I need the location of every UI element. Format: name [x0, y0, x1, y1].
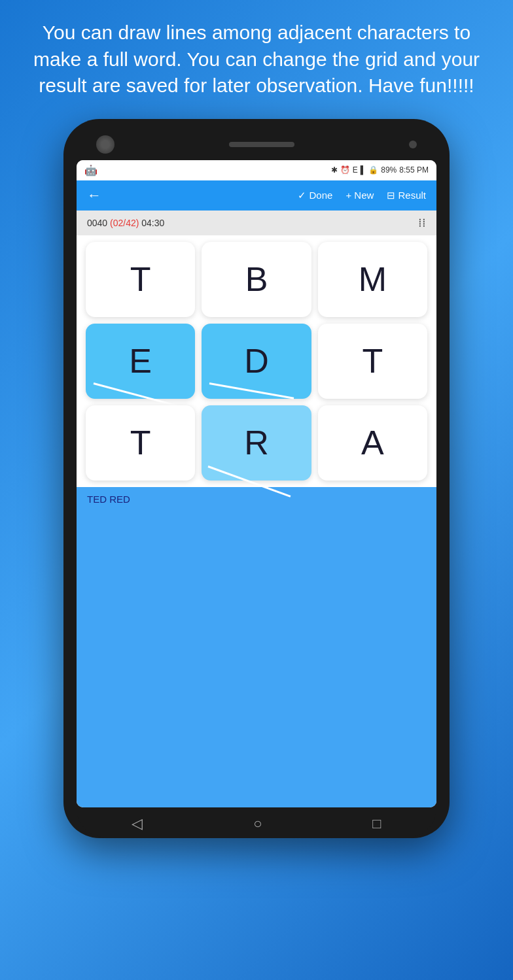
phone-speaker [229, 142, 294, 147]
status-left: 🤖 [84, 164, 97, 177]
cell-T-2-0[interactable]: T [86, 405, 195, 481]
phone-screen: 🤖 ✱ ⏰ E ▌ 🔒 89% 8:55 PM ← ✓ Done + New ⊟… [77, 160, 436, 807]
grid-settings-icon[interactable]: ⁞⁞ [418, 216, 426, 230]
new-button[interactable]: + New [345, 190, 374, 201]
game-counter-text: 0040 (02/42) 04:30 [87, 218, 164, 228]
phone-sensor [409, 141, 417, 148]
phone-camera [96, 135, 115, 154]
alarm-icon: ⏰ [340, 165, 350, 175]
nav-home-button[interactable]: ○ [253, 815, 262, 832]
cell-letter: B [245, 260, 268, 299]
cell-D-1-1[interactable]: D [202, 324, 311, 399]
cell-letter: T [130, 260, 151, 299]
nav-recents-button[interactable]: □ [372, 815, 381, 832]
cell-T-0-0[interactable]: T [86, 242, 195, 317]
cell-T-1-2[interactable]: T [318, 324, 427, 399]
cell-letter: R [244, 423, 269, 462]
cell-letter: A [361, 423, 384, 462]
found-words: TED RED [87, 494, 130, 505]
signal-bars: ▌ [361, 165, 366, 175]
header-description: You can draw lines among adjacent charac… [0, 0, 513, 112]
result-button[interactable]: ⊟ Result [387, 190, 426, 201]
status-bar: 🤖 ✱ ⏰ E ▌ 🔒 89% 8:55 PM [77, 160, 436, 180]
app-toolbar: ← ✓ Done + New ⊟ Result [77, 180, 436, 211]
time: 8:55 PM [399, 165, 429, 175]
status-right: ✱ ⏰ E ▌ 🔒 89% 8:55 PM [331, 165, 429, 175]
nav-back-button[interactable]: ◁ [132, 815, 143, 832]
toolbar-actions: ✓ Done + New ⊟ Result [298, 190, 426, 201]
phone-top-bar [77, 132, 436, 160]
game-info-bar: 0040 (02/42) 04:30 ⁞⁞ [77, 211, 436, 235]
cell-A-2-2[interactable]: A [318, 405, 427, 481]
signal-icon: E [353, 165, 358, 175]
battery-percent: 89% [381, 165, 397, 175]
back-button[interactable]: ← [87, 187, 101, 204]
cell-R-2-1[interactable]: R [202, 405, 311, 481]
cell-letter: D [244, 341, 269, 380]
cell-letter: E [129, 341, 152, 380]
line-D [209, 382, 294, 399]
cell-letter: M [359, 260, 387, 299]
phone-frame: 🤖 ✱ ⏰ E ▌ 🔒 89% 8:55 PM ← ✓ Done + New ⊟… [63, 119, 450, 838]
cell-B-0-1[interactable]: B [202, 242, 311, 317]
phone-bottom-nav: ◁ ○ □ [77, 807, 436, 837]
lock-icon: 🔒 [368, 165, 378, 175]
game-timer: 04:30 [141, 218, 164, 228]
bluetooth-icon: ✱ [331, 165, 338, 175]
game-counter: 0040 [87, 218, 110, 228]
cell-letter: T [130, 423, 151, 462]
letter-grid-wrapper: T B M E D T [77, 235, 436, 487]
words-bar: TED RED [77, 487, 436, 807]
line-E [94, 382, 177, 407]
cell-E-1-0[interactable]: E [86, 324, 195, 399]
cell-M-0-2[interactable]: M [318, 242, 427, 317]
game-progress: (02/42) [110, 218, 139, 228]
android-icon: 🤖 [84, 164, 97, 177]
letter-grid: T B M E D T [77, 235, 436, 487]
done-button[interactable]: ✓ Done [298, 190, 332, 201]
cell-letter: T [362, 341, 383, 380]
